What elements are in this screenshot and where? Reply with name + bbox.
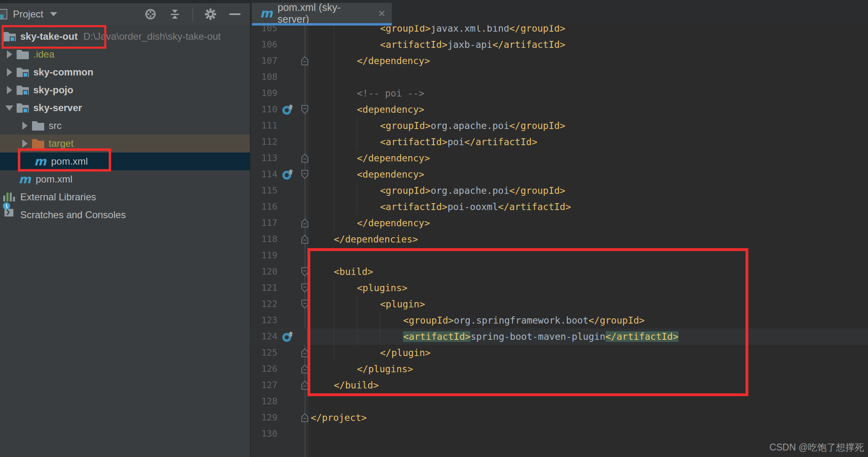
code-text: </plugins> [357,361,413,377]
code-line-113[interactable]: 113 </dependency> [251,150,868,166]
chevron-down-icon[interactable] [50,12,57,16]
tree-item-label: sky-common [33,67,93,78]
tree-expand-arrow[interactable] [4,49,15,60]
code-text: </dependency> [357,53,430,69]
tree-item-sky-take-out[interactable]: sky-take-outD:\Java\order_dish\sky-take-… [0,28,250,45]
collapse-all-icon[interactable] [168,7,182,21]
code-line-120[interactable]: 120 <build> [251,264,868,280]
code-line-117[interactable]: 117 </dependency> [251,215,868,231]
fold-end-icon[interactable] [301,234,309,244]
tab-pom-xml-sky-server[interactable]: m pom.xml (sky-server) × [252,3,392,24]
code-line-124[interactable]: 124 <artifactId>spring-boot-maven-plugin… [251,328,868,345]
fold-end-icon[interactable] [301,364,309,374]
fold-start-icon[interactable] [301,169,309,179]
tree-item-label: target [49,138,73,149]
folder-icon [32,120,45,132]
fold-end-icon[interactable] [301,348,309,358]
code-text: <groupId>org.apache.poi</groupId> [380,182,565,199]
tree-item-external-libraries[interactable]: External Libraries [0,188,250,206]
tree-item-pom-xml[interactable]: mpom.xml [0,170,250,188]
fold-start-icon[interactable] [301,105,309,114]
fold-end-icon[interactable] [301,413,309,423]
project-panel-header: Project [0,3,250,25]
tree-item-sky-common[interactable]: sky-common [0,63,250,81]
fold-end-icon[interactable] [301,56,309,66]
fold-start-icon[interactable] [301,267,309,277]
code-line-128[interactable]: 128 [251,393,868,410]
tree-item-label: pom.xml [51,156,88,167]
maven-dependency-gutter-icon[interactable] [282,169,294,180]
code-line-109[interactable]: 109<!-- poi --> [251,85,868,101]
watermark-text: CSDN @吃饱了想撑死 [769,441,864,454]
code-line-119[interactable]: 119 [251,247,868,264]
maven-dependency-gutter-icon[interactable] [282,104,294,115]
code-text: <groupId>javax.xml.bind</groupId> [380,25,565,36]
code-line-106[interactable]: 106<artifactId>jaxb-api</artifactId> [251,36,868,53]
code-line-129[interactable]: 129 </project> [251,410,868,426]
close-icon[interactable]: × [378,7,385,19]
tree-item--idea[interactable]: .idea [0,45,250,63]
code-line-123[interactable]: 123<groupId>org.springframework.boot</gr… [251,312,868,328]
code-line-125[interactable]: 125 </plugin> [251,345,868,361]
fold-start-icon[interactable] [301,283,309,293]
tree-item-src[interactable]: src [0,117,250,135]
tree-expand-arrow[interactable] [19,138,30,149]
tree-item-sky-server[interactable]: sky-server [0,99,250,117]
code-text: </dependencies> [334,231,418,247]
tree-expand-arrow[interactable] [4,103,15,113]
code-text: <artifactId>spring-boot-maven-plugin</ar… [403,328,679,345]
code-line-107[interactable]: 107 </dependency> [251,53,868,69]
code-text: <artifactId>poi</artifactId> [380,134,537,150]
locate-icon[interactable] [144,7,157,21]
tree-item-label: sky-pojo [33,84,73,96]
maven-dependency-gutter-icon[interactable] [282,331,294,342]
tree-item-sky-pojo[interactable]: sky-pojo [0,81,250,99]
fold-end-icon[interactable] [301,380,309,390]
indent-guide [357,296,357,345]
fold-end-icon[interactable] [301,153,309,163]
line-number: 129 [251,410,277,426]
tree-item-scratches-and-consoles[interactable]: Scratches and Consoles [0,206,250,224]
code-line-121[interactable]: 121 <plugins> [251,280,868,296]
line-number: 106 [251,36,277,53]
hide-panel-icon[interactable] [228,7,242,21]
code-line-111[interactable]: 111<groupId>org.apache.poi</groupId> [251,118,868,134]
line-number: 109 [251,85,277,101]
code-text: </project> [311,410,367,426]
code-line-122[interactable]: 122 <plugin> [251,296,868,312]
tree-item-pom-xml[interactable]: mpom.xml [0,152,250,170]
fold-end-icon[interactable] [301,218,309,228]
toolbar-separator [192,7,193,21]
code-line-126[interactable]: 126 </plugins> [251,361,868,377]
code-line-114[interactable]: 114 <dependency> [251,166,868,182]
tree-expand-arrow[interactable] [19,120,30,131]
fold-start-icon[interactable] [301,299,309,309]
line-number: 110 [251,101,277,118]
code-line-127[interactable]: 127 </build> [251,377,868,393]
code-line-115[interactable]: 115<groupId>org.apache.poi</groupId> [251,182,868,199]
project-panel-title[interactable]: Project [13,9,43,20]
code-line-112[interactable]: 112<artifactId>poi</artifactId> [251,134,868,150]
tree-expand-arrow[interactable] [4,85,15,95]
code-line-130[interactable]: 130 [251,426,868,442]
code-line-105[interactable]: 105<groupId>javax.xml.bind</groupId> [251,25,868,36]
line-number: 108 [251,69,277,85]
tree-item-target[interactable]: target [0,135,250,152]
indent-guide [357,118,357,150]
code-editor[interactable]: 105<groupId>javax.xml.bind</groupId>106<… [251,25,868,457]
settings-icon[interactable] [204,7,217,21]
line-number: 107 [251,53,277,69]
panel-toolbar [144,7,250,21]
line-number: 121 [251,280,277,296]
tree-expand-arrow[interactable] [4,67,15,77]
code-line-110[interactable]: 110 <dependency> [251,101,868,118]
module-folder-icon [16,102,29,114]
code-line-108[interactable]: 108 [251,69,868,85]
code-text: <build> [334,264,373,280]
line-number: 124 [251,328,277,345]
project-tool-window-icon [0,9,7,19]
line-number: 123 [251,312,277,328]
code-line-118[interactable]: 118 </dependencies> [251,231,868,247]
folder-icon [16,48,29,60]
code-line-116[interactable]: 116<artifactId>poi-ooxml</artifactId> [251,199,868,215]
